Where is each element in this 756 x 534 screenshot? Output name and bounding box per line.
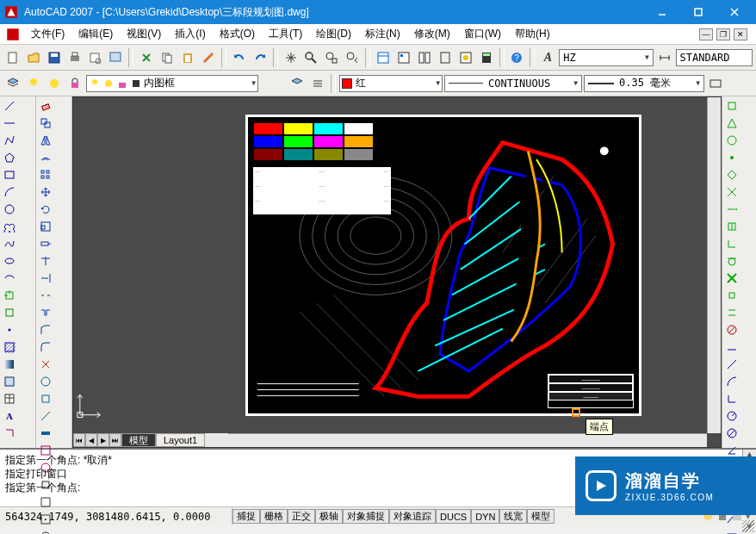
extra4-tool[interactable] [38,425,53,441]
save-icon[interactable] [45,48,64,67]
tab-model[interactable]: 模型 [121,433,156,447]
scale-tool[interactable] [38,219,53,234]
open-icon[interactable] [24,48,43,67]
status-model[interactable]: 模型 [527,509,555,524]
dim-rad-icon[interactable] [724,408,740,424]
osnap-none-icon[interactable] [724,322,740,338]
zoom-win-icon[interactable] [322,48,341,67]
region-tool[interactable] [2,374,17,389]
pline-tool[interactable] [2,133,17,148]
layer-bulb-icon[interactable] [24,74,43,93]
osnap-int-icon[interactable] [724,184,740,200]
osnap-ext-icon[interactable] [724,202,740,217]
calc-icon[interactable] [477,48,496,67]
copy-tool[interactable] [38,115,53,131]
pan-icon[interactable] [282,48,301,67]
vertical-scrollbar[interactable] [707,97,721,433]
arc-tool[interactable] [2,184,17,200]
point-tool[interactable] [2,322,17,338]
layer-prev-icon[interactable] [288,74,307,93]
menu-format[interactable]: 格式(O) [213,25,262,43]
menu-modify[interactable]: 修改(M) [407,25,457,43]
stretch-tool[interactable] [38,236,53,251]
tab-next[interactable]: ▶ [97,433,109,447]
menu-draw[interactable]: 绘图(D) [309,25,358,43]
new-icon[interactable] [3,48,22,67]
osnap-near-icon[interactable] [724,270,740,286]
dim-ord-icon[interactable] [724,391,740,407]
menu-help[interactable]: 帮助(H) [508,25,557,43]
ellipse-tool[interactable] [2,253,17,269]
break-tool[interactable] [38,288,53,303]
status-dyn[interactable]: DYN [471,509,499,524]
model-canvas[interactable]: ············ ············ ············ ─… [73,97,707,433]
extra10-tool[interactable] [38,529,53,534]
dim-tol-icon[interactable] [724,529,740,534]
menu-edit[interactable]: 编辑(E) [71,25,120,43]
revcloud-tool[interactable] [2,219,17,234]
trim-tool[interactable] [38,253,53,269]
cut-icon[interactable] [137,48,156,67]
osnap-mid-icon[interactable] [724,115,740,131]
table-tool[interactable] [2,391,17,407]
spline-tool[interactable] [2,236,17,251]
publish-icon[interactable] [106,48,125,67]
textstyle-icon[interactable]: A [538,48,557,67]
dim-alg-icon[interactable] [724,357,740,372]
tab-first[interactable]: ⏮ [73,433,85,447]
mtext-tool[interactable]: A [2,408,17,424]
status-ducs[interactable]: DUCS [436,509,471,524]
erase-tool[interactable] [38,98,53,114]
status-otrack[interactable]: 对象追踪 [389,509,436,524]
rotate-tool[interactable] [38,202,53,217]
linetype-selector[interactable]: CONTINUOUS ▼ [444,75,582,92]
help-icon[interactable]: ? [508,48,527,67]
rect-tool[interactable] [2,167,17,183]
tpal-icon[interactable] [415,48,434,67]
extra3-tool[interactable] [38,408,53,424]
tab-prev[interactable]: ◀ [85,433,97,447]
menu-file[interactable]: 文件(F) [24,25,71,43]
osnap-node-icon[interactable] [724,150,740,165]
undo-icon[interactable] [230,48,249,67]
dim-dia-icon[interactable] [724,425,740,441]
block-tool[interactable] [2,305,17,320]
status-grid[interactable]: 栅格 [260,509,288,524]
chamfer-tool[interactable] [38,322,53,338]
fillet-tool[interactable] [38,339,53,355]
status-ortho[interactable]: 正交 [288,509,315,524]
osnap-quad-icon[interactable] [724,167,740,183]
copy-icon[interactable] [158,48,177,67]
move-tool[interactable] [38,184,53,200]
offset-tool[interactable] [38,150,53,165]
menu-tools[interactable]: 工具(T) [262,25,309,43]
dcenter-icon[interactable] [394,48,413,67]
layer-mgr-icon[interactable] [3,74,22,93]
osnap-end-icon[interactable] [724,98,740,114]
menu-insert[interactable]: 插入(I) [168,25,212,43]
array-tool[interactable] [38,167,53,183]
insert-tool[interactable] [2,288,17,303]
extend-tool[interactable] [38,270,53,286]
tab-last[interactable]: ⏭ [109,433,121,447]
line-tool[interactable] [2,98,17,114]
close-button[interactable] [716,0,753,24]
layer-selector[interactable]: 内图框 ▼ [86,75,258,92]
coords-display[interactable]: 564324.1749, 3081480.6415, 0.0000 [0,507,232,525]
dimstyle-selector[interactable]: STANDARD [676,49,753,66]
print-icon[interactable] [65,48,84,67]
osnap-ins-icon[interactable] [724,219,740,234]
polygon-tool[interactable] [2,150,17,165]
paste-icon[interactable] [178,48,197,67]
dim-lin-icon[interactable] [724,339,740,355]
props-icon[interactable] [374,48,393,67]
minimize-button[interactable] [644,0,680,24]
resize-grip[interactable] [742,520,754,532]
osnap-cen-icon[interactable] [724,133,740,148]
status-osnap[interactable]: 对象捕捉 [343,509,389,524]
zoom-rt-icon[interactable] [302,48,321,67]
odd-tool[interactable] [2,425,17,441]
dim-icon[interactable] [655,48,674,67]
drawing-area[interactable]: ············ ············ ············ ─… [72,96,722,448]
menu-dim[interactable]: 标注(N) [358,25,407,43]
